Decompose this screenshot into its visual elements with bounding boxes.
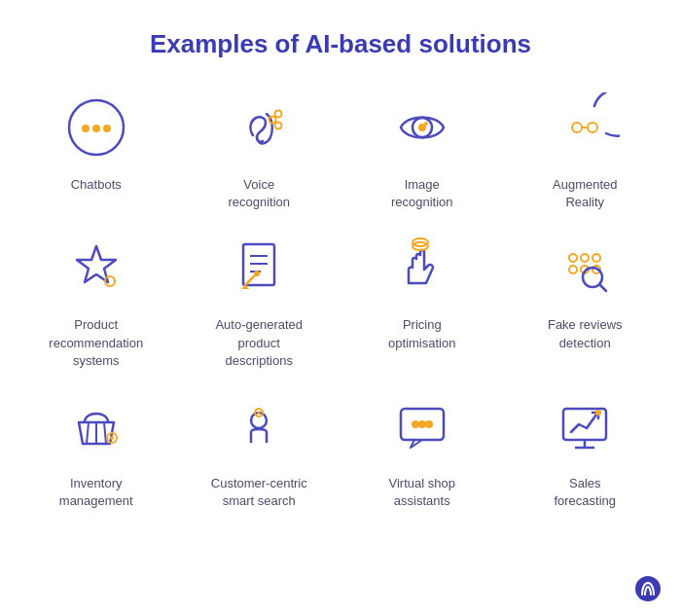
list-item: Fake reviewsdetection xyxy=(509,229,663,370)
logo xyxy=(634,575,662,602)
inventory-management-icon xyxy=(57,387,135,465)
page-title: Examples of AI-based solutions xyxy=(150,29,531,59)
svg-point-48 xyxy=(635,576,661,601)
svg-point-6 xyxy=(275,111,282,118)
list-item: Chatbots xyxy=(19,89,173,211)
solutions-grid: Chatbots Voicerecognition xyxy=(19,89,662,510)
customer-centric-icon xyxy=(220,387,298,465)
svg-line-31 xyxy=(599,284,606,291)
list-item: Pricingoptimisation xyxy=(345,229,499,370)
list-item: Salesforecasting xyxy=(509,387,663,510)
svg-point-21 xyxy=(254,271,260,276)
svg-point-2 xyxy=(92,125,100,132)
svg-point-41 xyxy=(412,420,419,428)
virtual-shop-assistants-label: Virtual shopassistants xyxy=(389,475,455,510)
voice-recognition-label: Voicerecognition xyxy=(228,176,290,211)
image-recognition-label: Imagerecognition xyxy=(391,176,453,211)
auto-generated-icon xyxy=(220,229,298,307)
svg-point-43 xyxy=(425,420,433,428)
fake-reviews-detection-icon xyxy=(546,229,624,307)
list-item: Customer-centricsmart search xyxy=(183,387,337,510)
list-item: Virtual shopassistants xyxy=(345,387,499,510)
chatbots-label: Chatbots xyxy=(71,176,122,194)
svg-point-42 xyxy=(418,420,426,428)
svg-point-10 xyxy=(572,123,582,132)
svg-point-45 xyxy=(595,410,601,416)
augmented-reality-icon xyxy=(546,89,624,166)
voice-recognition-icon xyxy=(220,89,298,166)
list-item: Productrecommendationsystems xyxy=(19,229,173,370)
svg-point-36 xyxy=(110,436,114,440)
product-recommendation-label: Productrecommendationsystems xyxy=(49,316,143,370)
list-item: Imagerecognition xyxy=(345,89,499,211)
list-item: Inventorymanagement xyxy=(19,387,173,510)
inventory-management-label: Inventorymanagement xyxy=(59,475,133,510)
image-recognition-icon xyxy=(383,89,461,166)
svg-point-24 xyxy=(569,254,577,262)
svg-line-34 xyxy=(104,422,106,444)
svg-point-26 xyxy=(592,254,600,262)
augmented-reality-label: AugmentedReality xyxy=(553,176,618,211)
list-item: Voicerecognition xyxy=(183,89,337,211)
sales-forecasting-label: Salesforecasting xyxy=(554,475,616,510)
svg-point-5 xyxy=(275,123,282,129)
svg-point-1 xyxy=(82,125,90,132)
fake-reviews-detection-label: Fake reviewsdetection xyxy=(548,316,623,351)
pricing-optimisation-icon xyxy=(383,229,461,307)
svg-point-25 xyxy=(581,254,589,262)
svg-point-27 xyxy=(569,266,577,273)
svg-point-37 xyxy=(251,413,267,428)
auto-generated-label: Auto-generatedproductdescriptions xyxy=(215,316,303,370)
product-recommendation-icon xyxy=(57,229,135,307)
svg-point-9 xyxy=(424,122,428,126)
chatbots-icon xyxy=(57,89,135,166)
svg-point-3 xyxy=(103,125,111,132)
customer-centric-label: Customer-centricsmart search xyxy=(211,475,307,510)
virtual-shop-assistants-icon xyxy=(383,387,461,465)
svg-point-39 xyxy=(258,411,261,414)
sales-forecasting-icon xyxy=(546,387,624,465)
svg-point-11 xyxy=(588,123,597,132)
svg-line-32 xyxy=(87,422,89,444)
pricing-optimisation-label: Pricingoptimisation xyxy=(388,316,455,351)
list-item: Auto-generatedproductdescriptions xyxy=(183,229,337,370)
list-item: AugmentedReality xyxy=(509,89,663,211)
